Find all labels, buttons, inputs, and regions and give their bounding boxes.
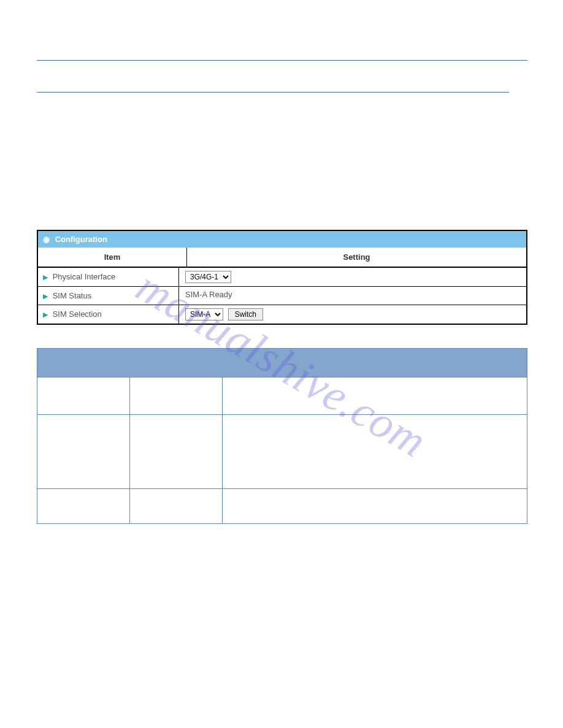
description-row xyxy=(37,414,527,488)
desc-cell-desc xyxy=(223,415,527,488)
value-physical-interface: 3G/4G-1 xyxy=(179,268,526,286)
desc-cell-desc xyxy=(223,377,527,414)
row-sim-selection: ▶ SIM Selection SIM-A Switch xyxy=(38,305,526,324)
description-header xyxy=(37,349,527,377)
column-headers: Item Setting xyxy=(38,248,526,267)
description-table xyxy=(37,348,527,524)
col-setting-header: Setting xyxy=(187,248,526,267)
label-physical-interface: ▶ Physical Interface xyxy=(38,268,179,286)
switch-button[interactable]: Switch xyxy=(228,308,263,320)
label-sim-selection: ▶ SIM Selection xyxy=(38,305,179,324)
desc-cell-value xyxy=(130,415,223,488)
physical-interface-select[interactable]: 3G/4G-1 xyxy=(185,271,231,283)
col-item-header: Item xyxy=(38,248,187,267)
panel-header: ◉ Configuration xyxy=(38,231,526,248)
value-sim-selection: SIM-A Switch xyxy=(179,305,526,324)
triangle-icon: ▶ xyxy=(43,273,48,281)
configuration-panel: ◉ Configuration Item Setting ▶ Physical … xyxy=(37,230,527,325)
triangle-icon: ▶ xyxy=(43,292,48,300)
divider-top xyxy=(37,60,527,61)
value-sim-status: SIM-A Ready xyxy=(179,287,526,305)
triangle-icon: ▶ xyxy=(43,311,48,318)
row-physical-interface: ▶ Physical Interface 3G/4G-1 xyxy=(38,267,526,286)
desc-cell-item xyxy=(37,489,130,523)
description-row xyxy=(37,377,527,414)
desc-cell-value xyxy=(130,489,223,523)
sim-selection-select[interactable]: SIM-A xyxy=(185,308,223,320)
desc-cell-value xyxy=(130,377,223,414)
row-sim-status: ▶ SIM Status SIM-A Ready xyxy=(38,286,526,305)
panel-title: Configuration xyxy=(55,235,107,244)
desc-cell-desc xyxy=(223,489,527,523)
description-row xyxy=(37,488,527,523)
divider-second xyxy=(37,92,509,93)
desc-cell-item xyxy=(37,415,130,488)
desc-cell-item xyxy=(37,377,130,414)
gear-icon: ◉ xyxy=(43,235,50,244)
label-sim-status: ▶ SIM Status xyxy=(38,287,179,305)
